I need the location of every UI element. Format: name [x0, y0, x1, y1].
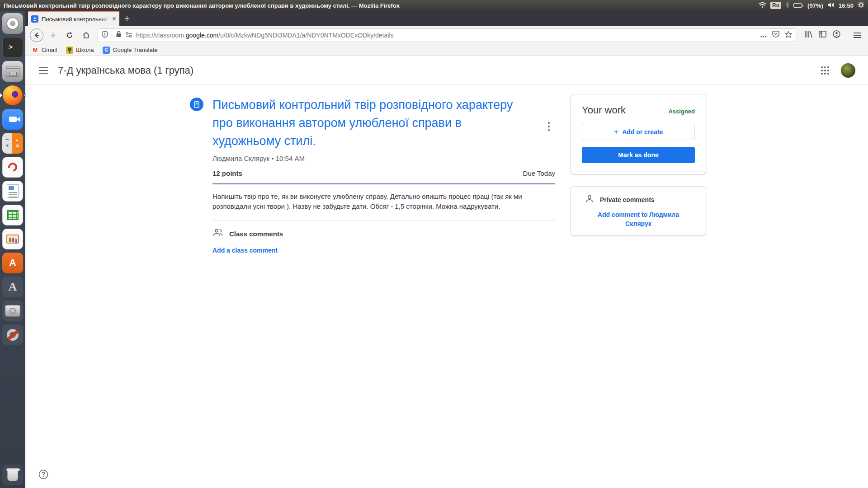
toolbar-separator: [847, 30, 847, 40]
classroom-header: 7-Д українська мова (1 група): [25, 56, 868, 85]
forward-button[interactable]: [47, 29, 60, 42]
trash-icon[interactable]: [2, 465, 23, 485]
pocket-icon[interactable]: [772, 31, 779, 39]
system-tools-icon[interactable]: [2, 324, 23, 345]
gmail-icon: M: [32, 47, 39, 54]
browser-tab[interactable]: Письмовий контрольний твір розповідного …: [28, 11, 119, 26]
bookmark-gmail[interactable]: M Gmail: [32, 47, 57, 54]
person-icon: [585, 195, 594, 205]
page-actions: [760, 31, 792, 40]
bookmark-label: Школа: [76, 47, 94, 53]
class-comments-label: Class comments: [229, 230, 283, 238]
classroom-icon: [66, 47, 73, 54]
navigation-toolbar: https://classroom.google.com/u/0/c/MzkwN…: [25, 26, 868, 44]
translate-icon: G: [103, 47, 110, 54]
your-work-title: Your work: [582, 104, 626, 116]
bookmark-label: Gmail: [42, 47, 57, 53]
library-icon[interactable]: [804, 31, 812, 40]
your-work-card: Your work Assigned + Add or create Mark …: [571, 94, 706, 174]
url-text[interactable]: https://classroom.google.com/u/0/c/MzkwN…: [136, 32, 757, 39]
home-button[interactable]: [80, 29, 92, 42]
classroom-favicon-icon: [31, 15, 38, 23]
add-or-create-button[interactable]: + Add or create: [582, 124, 695, 140]
bookmarks-bar: M Gmail Школа G Google Translate: [25, 44, 868, 56]
bookmark-label: Google Translate: [113, 47, 157, 53]
mark-as-done-button[interactable]: Mark as done: [582, 147, 695, 163]
add-class-comment-link[interactable]: Add a class comment: [212, 247, 555, 254]
assignment-description: Напишіть твір про те, як ви виконуєте ул…: [212, 192, 555, 211]
silver-a-app-icon[interactable]: A: [2, 277, 23, 297]
keyboard-layout-indicator[interactable]: Ru: [770, 2, 781, 9]
battery-charging-icon[interactable]: ⚡: [793, 3, 803, 8]
help-button[interactable]: [38, 469, 49, 480]
more-options-icon[interactable]: [545, 119, 552, 134]
window-title: Письмовий контрольний твір розповідного …: [4, 2, 400, 9]
bluetooth-icon[interactable]: [785, 2, 789, 9]
system-tray: Ru ⚡ (97%) 16:50: [759, 1, 864, 9]
wifi-icon[interactable]: [759, 2, 766, 9]
battery-percentage: (97%): [807, 2, 823, 9]
reload-button[interactable]: [63, 29, 76, 42]
plus-icon: +: [614, 128, 619, 136]
volume-icon[interactable]: [827, 2, 835, 9]
system-top-bar: Письмовий контрольний твір розповідного …: [0, 0, 868, 11]
tab-close-icon[interactable]: ×: [112, 15, 116, 23]
firefox-icon[interactable]: [2, 85, 23, 106]
private-comments-card: Private comments Add comment to Людмила …: [571, 186, 706, 236]
terminal-icon[interactable]: >_: [2, 37, 23, 58]
page-actions-icon[interactable]: [760, 31, 767, 39]
points-divider: [212, 183, 555, 184]
ubuntu-software-icon[interactable]: [2, 13, 23, 34]
desktop: Письмовий контрольний твір розповідного …: [0, 0, 868, 488]
description-divider: [212, 220, 555, 221]
toolbar-right: [802, 30, 863, 40]
account-icon[interactable]: [833, 30, 840, 40]
sidebar-toggle-icon[interactable]: [819, 31, 826, 39]
clock[interactable]: 16:50: [839, 2, 854, 9]
libreoffice-writer-icon[interactable]: [2, 181, 23, 202]
urlbar-separator: [112, 31, 112, 39]
calculator-icon[interactable]: −+▪=: [2, 133, 23, 154]
assignment-due: Due Today: [523, 169, 555, 177]
back-button[interactable]: [30, 28, 43, 42]
assignment-points: 12 points: [212, 169, 242, 177]
libreoffice-calc-icon[interactable]: [2, 205, 23, 225]
bookmark-translate[interactable]: G Google Translate: [103, 47, 157, 54]
firefox-window: Письмовий контрольний твір розповідного …: [25, 11, 868, 488]
bookmark-star-icon[interactable]: [785, 31, 792, 40]
lock-icon[interactable]: [116, 31, 122, 39]
new-tab-button[interactable]: +: [119, 11, 135, 26]
user-avatar[interactable]: [841, 63, 855, 78]
private-comments-title: Private comments: [600, 196, 655, 203]
zoom-icon[interactable]: [2, 109, 23, 130]
assignment-detail: Письмовий контрольний твір розповідного …: [212, 96, 555, 254]
bookmark-school[interactable]: Школа: [66, 47, 94, 54]
add-private-comment-link[interactable]: Add comment to Людмила Склярук: [582, 210, 695, 228]
classroom-page: 7-Д українська мова (1 група) Письмовий …: [25, 56, 868, 488]
assignment-title: Письмовий контрольний твір розповідного …: [212, 96, 555, 150]
tab-bar: Письмовий контрольний твір розповідного …: [25, 11, 868, 26]
permissions-icon[interactable]: [125, 31, 132, 39]
url-bar[interactable]: https://classroom.google.com/u/0/c/MzkwN…: [98, 28, 796, 42]
dock: >_ −+▪= A A: [0, 11, 25, 488]
main-menu-icon[interactable]: [39, 67, 48, 74]
class-comments-icon: [212, 228, 223, 239]
document-viewer-icon[interactable]: [2, 157, 23, 178]
disks-icon[interactable]: [2, 300, 23, 321]
assignment-status-badge: Assigned: [668, 108, 695, 115]
assignment-icon: [190, 98, 203, 111]
file-archive-icon[interactable]: [2, 61, 23, 82]
tracking-shield-icon[interactable]: [102, 31, 108, 40]
assignment-author-line: Людмила Склярук • 10:54 AM: [212, 155, 555, 162]
power-gear-icon[interactable]: [858, 1, 864, 9]
libreoffice-impress-icon[interactable]: [2, 229, 23, 249]
google-apps-grid-icon[interactable]: [821, 66, 829, 75]
course-title[interactable]: 7-Д українська мова (1 група): [58, 65, 193, 76]
app-store-a-icon[interactable]: A: [2, 253, 23, 273]
tab-title: Письмовий контрольний твір розповідного …: [42, 16, 109, 23]
menu-icon[interactable]: [854, 33, 861, 38]
